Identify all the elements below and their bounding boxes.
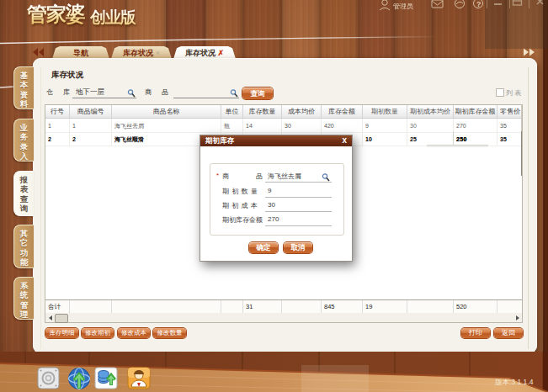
svg-text:?: ? xyxy=(476,0,481,8)
